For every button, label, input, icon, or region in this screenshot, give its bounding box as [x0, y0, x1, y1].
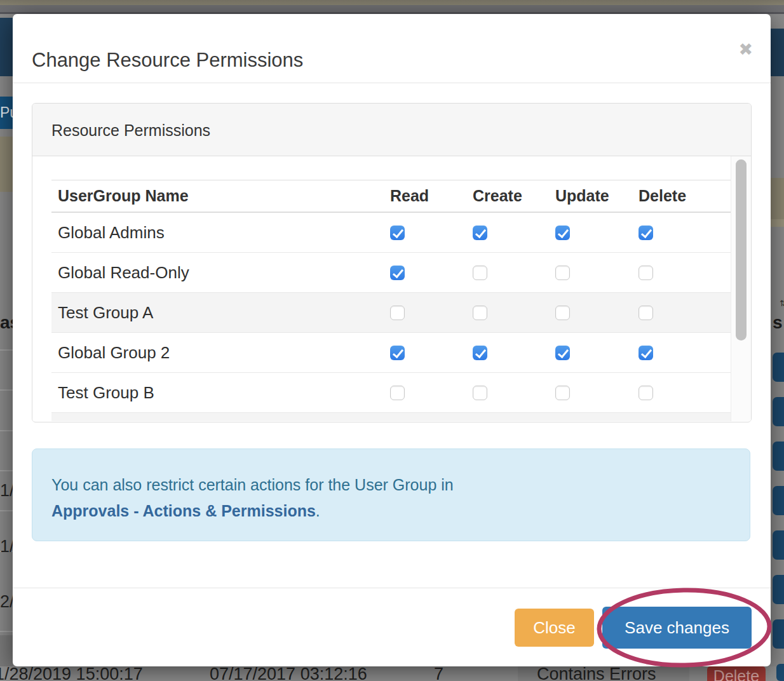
change-resource-permissions-modal: Change Resource Permissions ✖ Resource P… [13, 14, 771, 666]
background-header-band-right [771, 29, 784, 76]
background-tab-fragment: Pu [0, 97, 13, 129]
usergroup-name: Global Admins [51, 223, 384, 243]
read-checkbox[interactable] [390, 346, 405, 360]
update-checkbox[interactable] [555, 226, 570, 240]
background-row-divider [0, 631, 13, 632]
background-column-header-fragment-left: as [0, 313, 14, 335]
update-checkbox[interactable] [555, 266, 570, 280]
table-scrollbar-track[interactable] [731, 156, 751, 421]
background-timestamp-2: 07/17/2017 03:12:16 [210, 664, 381, 681]
read-checkbox[interactable] [390, 266, 405, 280]
table-row: Test Group A [51, 293, 732, 333]
background-status-text: Contains Errors [537, 664, 683, 681]
background-row-divider [0, 430, 13, 431]
note-suffix: . [316, 502, 320, 520]
background-alert-band-right-light [771, 219, 784, 227]
update-checkbox[interactable] [555, 386, 570, 400]
save-changes-button[interactable]: Save changes [602, 607, 752, 649]
close-icon[interactable]: ✖ [738, 39, 753, 60]
background-row-divider [0, 389, 13, 391]
background-edge-button [773, 486, 784, 515]
footer-divider [13, 588, 771, 588]
usergroup-name: Test Group B [51, 383, 384, 403]
background-edge-button [773, 353, 784, 382]
background-edge-button [773, 397, 784, 426]
modal-title: Change Resource Permissions [32, 49, 303, 72]
create-checkbox[interactable] [473, 386, 487, 400]
background-date-fragment: 1/ [0, 481, 14, 502]
background-tab-label: Pu [0, 104, 13, 121]
modal-header: Change Resource Permissions ✖ [13, 14, 771, 83]
info-note: You can also restrict certain actions fo… [32, 448, 750, 541]
delete-checkbox[interactable] [639, 386, 653, 400]
background-row-divider [0, 510, 13, 511]
usergroup-name: Test Group A [51, 303, 384, 323]
background-top-strip-gray [0, 5, 784, 12]
column-header-usergroup-name: UserGroup Name [51, 187, 384, 205]
background-date-fragment: 2/ [0, 592, 14, 614]
background-row-divider [0, 349, 13, 351]
table-row: Global Read-Only [51, 253, 732, 293]
permissions-table-body: Global AdminsGlobal Read-OnlyTest Group … [51, 213, 732, 413]
resource-permissions-panel: Resource Permissions UserGroup Name Read… [32, 103, 752, 422]
background-count: 7 [434, 664, 453, 681]
column-header-update: Update [549, 187, 632, 205]
partial-next-row [51, 413, 732, 421]
panel-body: UserGroup Name Read Create Update Delete… [32, 156, 751, 421]
read-checkbox[interactable] [390, 226, 405, 240]
sort-icon: ⇅ [780, 299, 784, 309]
background-row-divider [0, 470, 13, 471]
create-checkbox[interactable] [473, 266, 487, 280]
panel-heading: Resource Permissions [32, 104, 751, 156]
background-edge-button [773, 442, 784, 471]
background-edge-button [773, 619, 784, 649]
delete-checkbox[interactable] [639, 266, 653, 280]
update-checkbox[interactable] [555, 306, 570, 320]
table-scrollbar-thumb[interactable] [736, 159, 747, 340]
background-delete-button: Delete [707, 666, 766, 681]
background-alert-band-left [0, 137, 13, 192]
background-top-strip [0, 0, 784, 5]
table-row: Test Group B [51, 373, 732, 413]
note-text: You can also restrict certain actions fo… [51, 476, 454, 494]
column-header-create: Create [466, 187, 549, 205]
table-row: Global Group 2 [51, 333, 732, 373]
read-checkbox[interactable] [390, 386, 405, 400]
column-header-read: Read [384, 187, 466, 205]
approvals-actions-permissions-link[interactable]: Approvals - Actions & Permissions [51, 502, 316, 520]
background-bottom-band [0, 635, 13, 666]
background-timestamp-1: 1/28/2019 15:00:17 [0, 664, 154, 681]
usergroup-name: Global Group 2 [51, 343, 384, 363]
permissions-table-header: UserGroup Name Read Create Update Delete [51, 180, 732, 213]
background-edge-button [773, 575, 784, 604]
close-button[interactable]: Close [515, 609, 594, 647]
permissions-table: UserGroup Name Read Create Update Delete… [51, 180, 732, 421]
create-checkbox[interactable] [473, 346, 487, 360]
delete-checkbox[interactable] [639, 306, 653, 320]
background-edge-button [776, 664, 784, 681]
table-row: Global Admins [51, 213, 732, 253]
background-header-band-left [0, 18, 13, 76]
column-header-delete: Delete [632, 187, 732, 205]
background-column-header-fragment-right: s [773, 313, 784, 335]
background-edge-button [773, 530, 784, 560]
read-checkbox[interactable] [390, 306, 405, 320]
usergroup-name: Global Read-Only [51, 263, 384, 283]
background-date-fragment: 1/ [0, 537, 14, 558]
update-checkbox[interactable] [555, 346, 570, 360]
create-checkbox[interactable] [473, 306, 487, 320]
delete-checkbox[interactable] [639, 346, 653, 360]
background-alert-band-right [771, 178, 784, 219]
delete-checkbox[interactable] [639, 226, 653, 240]
create-checkbox[interactable] [473, 226, 487, 240]
